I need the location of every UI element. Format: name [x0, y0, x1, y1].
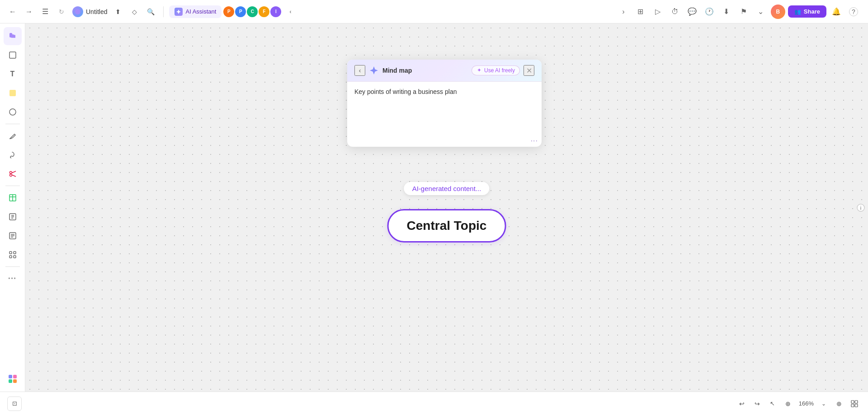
list-icon [8, 231, 17, 240]
frame-tool-button[interactable] [4, 46, 22, 64]
menu-icon: ☰ [42, 7, 48, 16]
use-ai-freely-button[interactable]: Use AI freely [472, 65, 520, 75]
redo-button[interactable]: ↪ [751, 397, 764, 410]
template-library-button[interactable] [4, 370, 22, 388]
scissors-tool-button[interactable] [4, 165, 22, 183]
sticky-note-icon [8, 89, 17, 98]
tag-icon: ◇ [132, 8, 137, 15]
svg-rect-26 [14, 256, 16, 258]
play-icon: ▷ [655, 7, 660, 16]
sidebar-divider-1 [5, 124, 20, 124]
history-button[interactable]: 🕐 [702, 5, 717, 19]
hand-icon [8, 32, 17, 41]
tag-button[interactable]: ◇ [127, 5, 142, 19]
bottom-left: ⊡ [0, 396, 29, 411]
menu-button[interactable]: ☰ [38, 5, 52, 19]
more-options-button[interactable]: ⌄ [754, 5, 768, 19]
layout-button[interactable] [848, 397, 861, 410]
zoom-dropdown-button[interactable]: ⌄ [817, 397, 830, 410]
zoom-level-display[interactable]: 166% [797, 400, 816, 407]
ai-assistant-label: AI Assistant [185, 8, 216, 15]
help-button[interactable]: ? [846, 5, 861, 19]
text-tool-button[interactable]: T [4, 65, 22, 83]
cursor-button[interactable]: ↖ [766, 397, 779, 410]
flag-icon: ⚑ [741, 7, 747, 16]
play-button[interactable]: ▷ [651, 5, 665, 19]
more-tools-icon: ••• [8, 275, 17, 282]
central-topic-node[interactable]: Central Topic [387, 209, 506, 242]
collapse-icon: ‹ [289, 9, 291, 15]
panel-footer: ··· [347, 137, 542, 147]
svg-rect-3 [13, 34, 14, 38]
zoom-controls: 166% ⌄ [797, 397, 830, 410]
search-button[interactable]: 🔍 [143, 5, 158, 19]
scissors-icon [8, 169, 17, 178]
undo-button[interactable]: ↩ [736, 397, 748, 410]
use-ai-label: Use AI freely [484, 67, 515, 74]
comment-icon: 💬 [688, 7, 697, 16]
top-toolbar: ← → ☰ ↻ Untitl [0, 0, 868, 23]
grid-tool-button[interactable] [4, 246, 22, 264]
shape-tool-button[interactable] [4, 103, 22, 121]
svg-point-0 [75, 9, 80, 14]
svg-rect-23 [9, 252, 12, 254]
notifications-button[interactable]: 🔔 [829, 5, 844, 19]
toolbar-left: ← → ☰ ↻ Untitl [0, 5, 303, 19]
insert-button[interactable]: ⬇ [719, 5, 734, 19]
bottom-bar: ⊡ ↩ ↪ ↖ ⊕ 166% ⌄ ⊕ [0, 392, 868, 415]
file-title: Untitled [71, 6, 109, 17]
timer-button[interactable]: ⏱ [668, 5, 682, 19]
table-tool-button[interactable] [4, 189, 22, 207]
sidebar-divider-3 [5, 266, 20, 267]
svg-rect-30 [13, 379, 17, 383]
panel-ai-logo [369, 65, 379, 75]
ai-logo-icon [175, 8, 183, 16]
undo-icon: ↩ [739, 400, 745, 407]
hand-tool-button[interactable] [4, 27, 22, 45]
ai-assistant-button[interactable]: AI Assistant [169, 5, 222, 18]
avatar-3: C [247, 6, 258, 17]
mindmap-prompt-input[interactable] [354, 87, 534, 128]
expand-panel-button[interactable]: › [616, 5, 631, 19]
template-button[interactable]: ⊞ [633, 5, 648, 19]
canvas-area[interactable]: ‹ Mind map Use AI freely [25, 23, 868, 392]
forward-button[interactable]: → [22, 5, 36, 19]
layout-icon [851, 400, 858, 407]
frame-icon [8, 51, 17, 60]
timer-icon: ⏱ [671, 8, 679, 16]
cursor-icon: ↖ [770, 400, 775, 407]
central-topic-container: AI-generated content... Central Topic [387, 209, 506, 242]
svg-line-11 [12, 175, 16, 177]
more-tools-button[interactable]: ••• [4, 270, 22, 288]
collapse-toolbar-button[interactable]: ‹ [283, 5, 297, 19]
svg-rect-25 [9, 256, 12, 258]
share-button[interactable]: 👥 Share [788, 5, 826, 18]
zoom-fit-button[interactable]: ⊕ [782, 397, 794, 410]
sticky-note-button[interactable] [4, 84, 22, 102]
user-avatar[interactable]: B [771, 5, 785, 19]
collab-avatars: P P C F I [223, 6, 281, 17]
file-name: Untitled [86, 8, 107, 15]
brush-tool-button[interactable] [4, 146, 22, 164]
redo-icon: ↪ [755, 400, 760, 407]
back-button[interactable]: ← [5, 5, 20, 19]
sidebar-divider-2 [5, 186, 20, 186]
bell-icon: 🔔 [832, 7, 841, 16]
textbox-tool-button[interactable] [4, 208, 22, 226]
svg-rect-37 [855, 404, 858, 407]
comment-button[interactable]: 💬 [685, 5, 699, 19]
panel-back-button[interactable]: ‹ [354, 65, 365, 76]
panel-close-button[interactable]: ✕ [524, 65, 534, 76]
present-button[interactable]: ⊡ [7, 396, 22, 411]
canvas-info-button[interactable] [854, 201, 868, 215]
list-tool-button[interactable] [4, 227, 22, 245]
sync-button[interactable]: ↻ [54, 5, 69, 19]
file-icon [72, 6, 83, 17]
ai-generating-text: AI-generated content... [412, 185, 481, 192]
template-library-icon [8, 374, 18, 384]
export-button[interactable]: ⬆ [111, 5, 125, 19]
zoom-search-button[interactable]: ⊕ [833, 397, 845, 410]
pen-tool-button[interactable] [4, 127, 22, 145]
flag-button[interactable]: ⚑ [736, 5, 751, 19]
svg-point-33 [860, 205, 861, 206]
